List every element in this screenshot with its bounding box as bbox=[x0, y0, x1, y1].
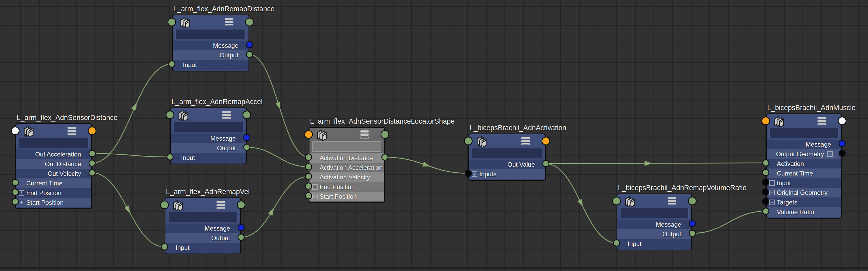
connection-wire[interactable] bbox=[546, 163, 766, 164]
attribute-port-left-input[interactable] bbox=[168, 60, 175, 67]
node-title-l-bicepsbrachii-adnactivation[interactable]: L_bicepsBrachii_AdnActivation bbox=[470, 124, 566, 132]
attribute-row-activation[interactable]: Activation bbox=[767, 159, 841, 168]
node-body[interactable]: MessageOutputInput bbox=[170, 107, 247, 164]
attribute-port-left-start-position[interactable] bbox=[305, 192, 312, 199]
expand-toggle-icon[interactable] bbox=[769, 180, 775, 186]
node-l-arm-flex-adnsensordistance[interactable]: Out AccelerationOut DistanceOut Velocity… bbox=[16, 124, 92, 209]
connection-wire[interactable] bbox=[241, 177, 309, 237]
attribute-port-left-volume-ratio[interactable] bbox=[762, 208, 769, 215]
node-name-field[interactable] bbox=[312, 141, 381, 152]
expand-toggle-icon[interactable] bbox=[769, 199, 775, 205]
node-name-field[interactable] bbox=[620, 208, 689, 218]
attribute-row-output[interactable]: Output bbox=[617, 229, 691, 239]
header-right-port[interactable] bbox=[243, 111, 251, 119]
attribute-row-start-position[interactable]: Start Position bbox=[16, 198, 91, 207]
attribute-port-right-message[interactable] bbox=[238, 224, 245, 231]
node-name-field[interactable] bbox=[472, 148, 542, 158]
node-name-field[interactable] bbox=[174, 122, 243, 132]
attribute-row-output[interactable]: Output bbox=[171, 143, 246, 153]
header-right-port[interactable] bbox=[381, 130, 389, 139]
display-mode-menu-icon[interactable] bbox=[817, 117, 826, 126]
expand-toggle-icon[interactable] bbox=[19, 190, 24, 196]
attribute-row-output[interactable]: Output bbox=[165, 233, 240, 243]
display-mode-menu-icon[interactable] bbox=[67, 127, 76, 136]
attribute-row-end-position[interactable]: End Position bbox=[309, 182, 384, 192]
attribute-row-message[interactable]: Message bbox=[767, 139, 841, 149]
attribute-port-right-out-velocity[interactable] bbox=[89, 169, 96, 176]
attribute-port-right-message[interactable] bbox=[243, 134, 250, 141]
attribute-row-input[interactable]: Input bbox=[173, 60, 249, 70]
node-title-l-arm-flex-adnremapaccel[interactable]: L_arm_flex_AdnRemapAccel bbox=[172, 98, 262, 106]
node-title-l-arm-flex-adnremapvel[interactable]: L_arm_flex_AdnRemapVel bbox=[166, 188, 250, 196]
attribute-port-right-activation-distance[interactable] bbox=[381, 154, 389, 161]
attribute-row-activation-velocity[interactable]: Activation Velocity bbox=[309, 172, 384, 182]
attribute-port-left-activation-acceleration[interactable] bbox=[305, 163, 312, 170]
node-body[interactable]: Out ValueInputs bbox=[468, 134, 546, 181]
node-body[interactable]: Activation DistanceActivation Accelerati… bbox=[309, 127, 385, 203]
header-left-port[interactable] bbox=[166, 111, 174, 119]
attribute-port-left-original-geometry[interactable] bbox=[762, 188, 769, 195]
header-right-port[interactable] bbox=[237, 200, 245, 209]
attribute-row-input[interactable]: Input bbox=[165, 243, 240, 252]
attribute-port-left-activation-velocity[interactable] bbox=[305, 173, 312, 180]
attribute-row-start-position[interactable]: Start Position bbox=[309, 192, 384, 201]
display-mode-menu-icon[interactable] bbox=[222, 111, 231, 120]
header-right-port[interactable] bbox=[88, 127, 96, 135]
attribute-port-right-output[interactable] bbox=[246, 51, 253, 58]
attribute-row-activation-distance[interactable]: Activation Distance bbox=[309, 153, 384, 163]
attribute-port-right-message[interactable] bbox=[689, 220, 696, 227]
attribute-port-left-activation-distance[interactable] bbox=[305, 154, 312, 161]
connection-wire[interactable] bbox=[692, 211, 766, 234]
attribute-row-message[interactable]: Message bbox=[165, 223, 240, 233]
node-body[interactable]: MessageOutput GeometryActivationCurrent … bbox=[766, 113, 842, 219]
attribute-row-current-time[interactable]: Current Time bbox=[16, 179, 91, 188]
attribute-port-right-out-value[interactable] bbox=[542, 160, 549, 167]
node-body[interactable]: MessageOutputInput bbox=[617, 193, 692, 250]
expand-toggle-icon[interactable] bbox=[19, 200, 24, 205]
connection-wire[interactable] bbox=[247, 147, 309, 167]
expand-toggle-icon[interactable] bbox=[769, 190, 775, 195]
attribute-port-left-input[interactable] bbox=[762, 179, 769, 186]
header-left-port[interactable] bbox=[167, 18, 176, 26]
attribute-port-left-end-position[interactable] bbox=[305, 183, 312, 190]
attribute-port-left-input[interactable] bbox=[166, 153, 174, 160]
attribute-row-out-distance[interactable]: Out Distance bbox=[16, 159, 91, 169]
node-name-field[interactable] bbox=[19, 138, 89, 148]
header-left-port[interactable] bbox=[304, 130, 313, 139]
attribute-port-left-current-time[interactable] bbox=[762, 169, 769, 176]
node-title-l-arm-flex-adnsensordistancelocatorshape[interactable]: L_arm_flex_AdnSensorDistanceLocatorShape bbox=[310, 117, 455, 125]
attribute-port-right-output[interactable] bbox=[689, 230, 696, 237]
attribute-row-message[interactable]: Message bbox=[171, 134, 246, 143]
attribute-row-out-velocity[interactable]: Out Velocity bbox=[16, 169, 91, 179]
header-right-port[interactable] bbox=[541, 137, 550, 145]
node-l-arm-flex-adnsensordistancelocatorshape[interactable]: Activation DistanceActivation Accelerati… bbox=[309, 127, 385, 203]
header-right-port[interactable] bbox=[245, 18, 254, 26]
header-left-port[interactable] bbox=[762, 116, 770, 125]
attribute-row-message[interactable]: Message bbox=[617, 220, 691, 229]
attribute-port-left-input[interactable] bbox=[613, 239, 620, 246]
attribute-row-volume-ratio[interactable]: Volume Ratio bbox=[767, 207, 841, 217]
node-l-arm-flex-adnremapaccel[interactable]: MessageOutputInput bbox=[170, 107, 247, 164]
attribute-port-left-end-position[interactable] bbox=[12, 189, 19, 196]
node-name-field[interactable] bbox=[769, 128, 839, 138]
attribute-port-right-message[interactable] bbox=[839, 140, 846, 147]
connection-wire[interactable] bbox=[92, 154, 170, 157]
expand-toggle-icon[interactable] bbox=[827, 151, 833, 157]
attribute-row-current-time[interactable]: Current Time bbox=[767, 168, 841, 178]
node-title-l-bicepsbrachii-adnmuscle[interactable]: L_bicepsBrachii_AdnMuscle bbox=[767, 104, 856, 112]
attribute-row-output-geometry[interactable]: Output Geometry bbox=[767, 149, 841, 159]
node-body[interactable]: MessageOutputInput bbox=[165, 197, 241, 254]
attribute-port-left-start-position[interactable] bbox=[12, 198, 19, 205]
attribute-row-input[interactable]: Input bbox=[171, 153, 246, 162]
node-title-l-bicepsbrachii-adnremapvolumeratio[interactable]: L_bicepsBrachii_AdnRemapVolumeRatio bbox=[618, 184, 747, 192]
attribute-row-output[interactable]: Output bbox=[173, 50, 249, 60]
attribute-row-out-value[interactable]: Out Value bbox=[469, 160, 545, 169]
node-l-bicepsbrachii-adnremapvolumeratio[interactable]: MessageOutputInput bbox=[617, 193, 692, 250]
attribute-port-right-output-geometry[interactable] bbox=[839, 150, 846, 157]
display-mode-menu-icon[interactable] bbox=[521, 137, 530, 146]
header-right-port[interactable] bbox=[838, 116, 846, 125]
attribute-port-right-message[interactable] bbox=[246, 41, 253, 48]
display-mode-menu-icon[interactable] bbox=[668, 197, 676, 206]
header-right-port[interactable] bbox=[688, 197, 696, 205]
node-body[interactable]: Out AccelerationOut DistanceOut Velocity… bbox=[16, 124, 92, 209]
